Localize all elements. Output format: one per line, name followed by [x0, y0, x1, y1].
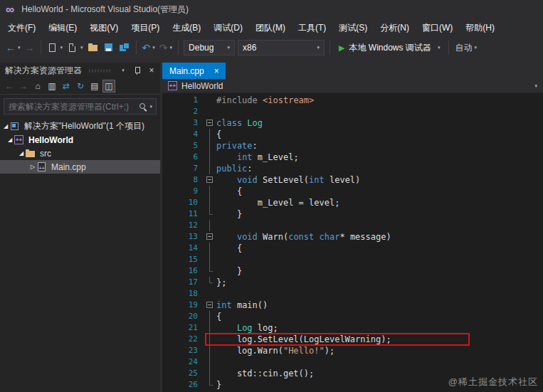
fold-margin	[204, 140, 216, 152]
redo-button[interactable]: ↷ ▾	[157, 40, 174, 55]
solution-tree: ◢ 解决方案"HelloWorld"(1 个项目) ◢ HelloWorld ◢…	[0, 116, 160, 392]
code-text: log.Warn("Hello!");	[216, 345, 334, 356]
window-position-button[interactable]: ▾	[117, 65, 129, 76]
save-button[interactable]	[101, 40, 117, 55]
tree-item-file-maincpp[interactable]: ▷ Main.cpp	[0, 160, 160, 174]
code-line-8[interactable]: 8− void SetLevel(int level)	[162, 174, 543, 186]
platform-dropdown[interactable]: x86 ▾	[238, 40, 325, 55]
title-bar[interactable]: ∞ HelloWorld - Microsoft Visual Studio(管…	[0, 0, 543, 18]
code-line-5[interactable]: 5private:	[162, 140, 543, 152]
menu-item-debug[interactable]: 调试(D)	[207, 19, 249, 37]
code-line-11[interactable]: 11 }	[162, 208, 543, 220]
explorer-back-button[interactable]: ←	[3, 80, 16, 92]
code-line-19[interactable]: 19−int main()	[162, 300, 543, 311]
code-line-12[interactable]: 12	[162, 220, 543, 231]
menu-item-view[interactable]: 视图(V)	[83, 19, 125, 37]
refresh-icon: ↻	[77, 81, 84, 91]
chevron-down-icon: ▾	[122, 68, 125, 73]
chevron-down-icon[interactable]: ▾	[534, 83, 537, 89]
configuration-dropdown[interactable]: Debug ▾	[184, 40, 235, 55]
fold-margin[interactable]: −	[204, 117, 216, 129]
code-line-4[interactable]: 4{	[162, 129, 543, 140]
code-line-18[interactable]: 18	[162, 288, 543, 300]
standard-toolbar: ← ▾ → ▾ ▾ ↶ ▾ ↷ ▾ Debug ▾ x86 ▾ ▶ 本地	[0, 37, 543, 58]
tree-item-folder-src[interactable]: ◢ src	[0, 147, 160, 160]
start-debugging-button[interactable]: ▶ 本地 Windows 调试器 ▾	[334, 40, 445, 55]
collapse-all-button[interactable]: ▤	[88, 80, 101, 92]
sync-with-active-document-button[interactable]: ⇄	[60, 80, 73, 92]
close-icon[interactable]: ×	[214, 67, 219, 75]
line-number: 18	[162, 288, 204, 300]
explorer-forward-button[interactable]: →	[17, 80, 30, 92]
navigate-forward-button[interactable]: →	[23, 40, 37, 55]
open-folder-icon	[88, 42, 99, 53]
menu-item-project[interactable]: 项目(P)	[125, 19, 166, 37]
menu-item-edit[interactable]: 编辑(E)	[42, 19, 83, 37]
expander-expanded-icon[interactable]: ◢	[1, 123, 10, 129]
code-line-24[interactable]: 24	[162, 356, 543, 368]
code-line-13[interactable]: 13− void Warn(const char* message)	[162, 231, 543, 243]
back-arrow-icon: ←	[6, 43, 16, 53]
code-line-10[interactable]: 10 m_Level = level;	[162, 197, 543, 208]
menu-item-build[interactable]: 生成(B)	[166, 19, 207, 37]
home-button[interactable]: ⌂	[31, 80, 44, 92]
fold-collapse-icon[interactable]: −	[206, 120, 213, 126]
fold-collapse-icon[interactable]: −	[206, 302, 213, 308]
menu-item-tools[interactable]: 工具(T)	[292, 19, 332, 37]
code-line-3[interactable]: 3−class Log	[162, 117, 543, 129]
expander-expanded-icon[interactable]: ◢	[6, 137, 14, 143]
new-file-button[interactable]: ▾	[45, 40, 65, 55]
save-all-button[interactable]	[117, 40, 132, 55]
code-line-1[interactable]: 1#include <iostream>	[162, 95, 543, 106]
code-line-16[interactable]: 16 }	[162, 265, 543, 277]
pin-button[interactable]	[132, 65, 143, 76]
fold-margin[interactable]: −	[204, 231, 216, 243]
code-line-15[interactable]: 15	[162, 254, 543, 265]
line-number: 14	[162, 243, 204, 254]
chevron-down-icon[interactable]: ▾	[149, 104, 152, 110]
menu-item-analyze[interactable]: 分析(N)	[374, 19, 416, 37]
navigate-back-button[interactable]: ← ▾	[4, 40, 23, 55]
code-line-14[interactable]: 14 {	[162, 243, 543, 254]
code-line-23[interactable]: 23 log.Warn("Hello!");	[162, 345, 543, 356]
refresh-button[interactable]: ↻	[74, 80, 87, 92]
solution-search-box[interactable]: ▾	[4, 98, 157, 115]
code-line-2[interactable]: 2	[162, 106, 543, 117]
menu-item-team[interactable]: 团队(M)	[249, 19, 292, 37]
search-icon[interactable]	[138, 102, 147, 111]
switch-views-button[interactable]: ▥	[46, 80, 58, 92]
fold-collapse-icon[interactable]: −	[206, 233, 213, 240]
open-file-button[interactable]	[85, 40, 101, 55]
navigation-bar[interactable]: HelloWorld ▾	[162, 79, 543, 93]
fold-margin[interactable]: −	[204, 174, 216, 186]
search-input[interactable]	[9, 102, 136, 112]
expander-expanded-icon[interactable]: ◢	[17, 150, 26, 157]
fold-collapse-icon[interactable]: −	[206, 176, 213, 183]
code-line-17[interactable]: 17};	[162, 277, 543, 288]
code-line-21[interactable]: 21 Log log;	[162, 322, 543, 334]
code-line-9[interactable]: 9 {	[162, 186, 543, 197]
tree-item-solution[interactable]: ◢ 解决方案"HelloWorld"(1 个项目)	[0, 120, 160, 133]
switch-views-icon: ▥	[48, 81, 56, 91]
auto-dropdown[interactable]: 自动 ▾	[453, 40, 479, 55]
menu-item-test[interactable]: 测试(S)	[332, 19, 374, 37]
code-line-22[interactable]: 22 log.SetLevel(LogLevelWarning);	[162, 334, 543, 345]
toolbar-separator	[330, 41, 330, 55]
menu-item-help[interactable]: 帮助(H)	[459, 19, 501, 37]
menu-item-file[interactable]: 文件(F)	[1, 19, 42, 37]
undo-button[interactable]: ↶ ▾	[140, 40, 157, 55]
expander-collapsed-icon[interactable]: ▷	[28, 164, 37, 170]
code-line-6[interactable]: 6 int m_Level;	[162, 152, 543, 163]
tab-maincpp[interactable]: Main.cpp ×	[162, 63, 226, 79]
chevron-down-icon: ▾	[438, 45, 441, 51]
fold-margin[interactable]: −	[204, 300, 216, 311]
code-editor[interactable]: 1#include <iostream>23−class Log4{5priva…	[162, 93, 543, 392]
menu-item-window[interactable]: 窗口(W)	[416, 19, 459, 37]
close-panel-button[interactable]: ×	[146, 65, 157, 76]
tree-item-project[interactable]: ◢ HelloWorld	[0, 133, 160, 147]
solution-explorer-header[interactable]: 解决方案资源管理器 ▾ ×	[0, 63, 160, 78]
code-line-7[interactable]: 7public:	[162, 163, 543, 174]
add-item-button[interactable]: ▾	[65, 40, 85, 55]
code-line-20[interactable]: 20{	[162, 311, 543, 322]
show-all-files-button[interactable]: ◫	[102, 80, 115, 92]
